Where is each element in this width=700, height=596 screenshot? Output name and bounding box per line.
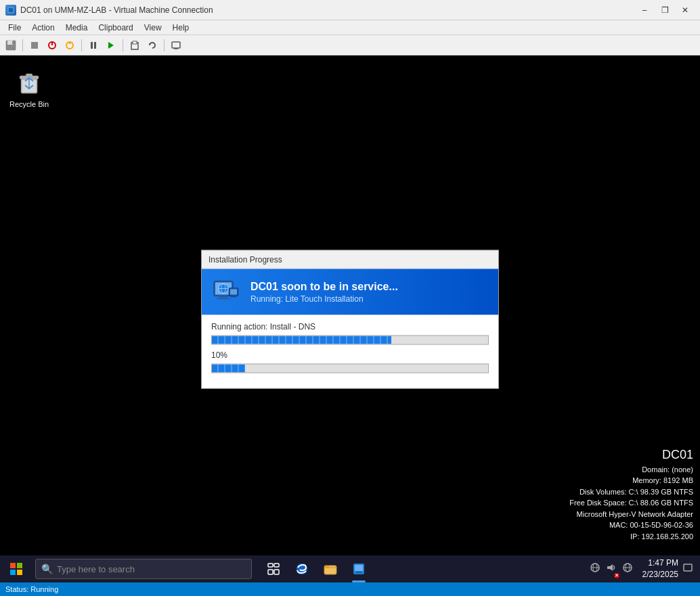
svg-rect-34 [10,570,16,575]
svg-rect-28 [217,298,230,299]
svg-rect-38 [268,570,273,574]
taskbar-edge[interactable] [288,555,315,582]
menu-action[interactable]: Action [26,22,60,34]
menu-media[interactable]: Media [60,22,93,34]
vm-mac: MAC: 00-15-5D-96-02-36 [569,520,693,531]
vm-adapter: Microsoft Hyper-V Network Adapter [569,509,693,520]
svg-rect-33 [17,563,22,568]
install-dialog: Installation Progress [201,250,499,388]
menu-help[interactable]: Help [167,22,195,34]
dialog-header-text: DC01 soon to be in service... Running: L… [250,280,490,303]
svg-rect-4 [12,41,14,44]
vm-info-panel: DC01 Domain: (none) Memory: 8192 MB Disk… [569,446,693,543]
svg-rect-37 [274,564,279,567]
progress-bar-outer [211,335,489,344]
toolbar-stop-btn[interactable] [26,37,43,53]
menu-file[interactable]: File [3,22,26,34]
dialog-sub-text: Running: Lite Touch Installation [250,294,490,303]
vm-desktop[interactable]: Recycle Bin Installation Progress [0,55,700,582]
recycle-bin-icon[interactable]: Recycle Bin [7,62,51,111]
svg-rect-39 [274,570,279,574]
svg-rect-45 [356,572,362,573]
network-icon[interactable] [588,561,602,577]
vm-free-disk: Free Disk Space: C:\ 88.06 GB NTFS [569,497,693,509]
vm-ip: IP: 192.168.25.200 [569,531,693,543]
toolbar-sep-4 [164,39,165,51]
title-bar: DC01 on UMM-MZ-LAB - Virtual Machine Con… [0,0,700,20]
toolbar [0,35,700,55]
svg-rect-36 [268,564,273,567]
progress-bar-fill [212,336,391,344]
window-controls: – ❐ ✕ [635,3,695,17]
svg-rect-3 [7,41,13,45]
menu-bar: File Action Media Clipboard View Help [0,20,700,35]
search-placeholder: Type here to search [57,564,135,574]
system-clock[interactable]: 1:47 PM 2/23/2025 [642,557,678,580]
vm-domain: Domain: (none) [569,464,693,476]
svg-rect-42 [324,566,329,568]
vm-hostname: DC01 [569,446,693,464]
svg-rect-10 [94,42,96,49]
svg-rect-30 [230,289,237,294]
toolbar-disk-btn[interactable] [3,37,19,53]
dialog-title: Installation Progress [202,250,498,269]
volume-icon[interactable]: ✕ [605,561,618,577]
install-action-label: Running action: Install - DNS [211,321,489,331]
taskbar-explorer[interactable] [317,555,344,582]
toolbar-screen-btn[interactable] [168,37,184,53]
vm-disk-volumes: Disk Volumes: C:\ 98.39 GB NTFS [569,486,693,498]
menu-clipboard[interactable]: Clipboard [93,22,138,34]
svg-rect-32 [10,563,16,568]
menu-view[interactable]: View [139,22,167,34]
toolbar-sep-1 [22,39,23,51]
clock-time: 1:47 PM [642,557,678,569]
close-button[interactable]: ✕ [676,3,695,17]
search-icon: 🔍 [41,564,53,574]
svg-rect-31 [231,296,236,297]
clock-date: 2/23/2025 [642,569,678,580]
taskbar-right: ✕ 1:47 PM 2/23/2025 [588,557,700,580]
toolbar-sep-2 [81,39,82,51]
recycle-bin-image [13,65,45,97]
window-title: DC01 on UMM-MZ-LAB - Virtual Machine Con… [20,5,635,15]
svg-rect-35 [17,570,22,575]
vm-memory: Memory: 8192 MB [569,475,693,486]
toolbar-pause-btn[interactable] [85,37,102,53]
toolbar-reset-btn[interactable] [62,37,78,53]
svg-rect-53 [684,564,692,571]
svg-rect-13 [133,41,137,44]
svg-marker-11 [108,42,114,49]
toolbar-play-btn[interactable] [103,37,119,53]
app-icon [5,5,16,16]
toolbar-clipboard-btn[interactable] [127,37,143,53]
taskbar: 🔍 Type here to search [0,555,700,582]
taskbar-task-view[interactable] [260,555,287,582]
progress-bar-outer-2 [211,363,489,373]
install-percent-label: 10% [211,350,489,359]
start-button[interactable] [0,555,32,582]
progress-bar-fill-2 [212,364,245,372]
taskbar-middle [260,555,372,582]
svg-rect-20 [26,74,32,76]
svg-marker-49 [607,564,613,571]
svg-rect-5 [31,42,38,49]
toolbar-undo-btn[interactable] [144,37,160,53]
minimize-button[interactable]: – [635,3,654,17]
dialog-header: DC01 soon to be in service... Running: L… [202,269,498,315]
svg-rect-1 [9,8,13,12]
recycle-bin-label: Recycle Bin [9,100,49,108]
svg-rect-44 [355,565,363,571]
taskbar-app-icon[interactable] [345,555,372,582]
svg-rect-9 [91,42,93,49]
toolbar-power-btn[interactable] [44,37,60,53]
toolbar-sep-3 [123,39,123,51]
status-bar: Status: Running [0,582,700,596]
notifications-icon[interactable] [681,561,695,577]
globe-icon[interactable] [621,561,634,577]
search-box[interactable]: 🔍 Type here to search [35,559,252,579]
svg-rect-27 [219,296,227,298]
dialog-main-text: DC01 soon to be in service... [250,280,490,292]
restore-button[interactable]: ❐ [655,3,674,17]
svg-rect-15 [172,42,180,48]
install-icon [210,275,242,308]
